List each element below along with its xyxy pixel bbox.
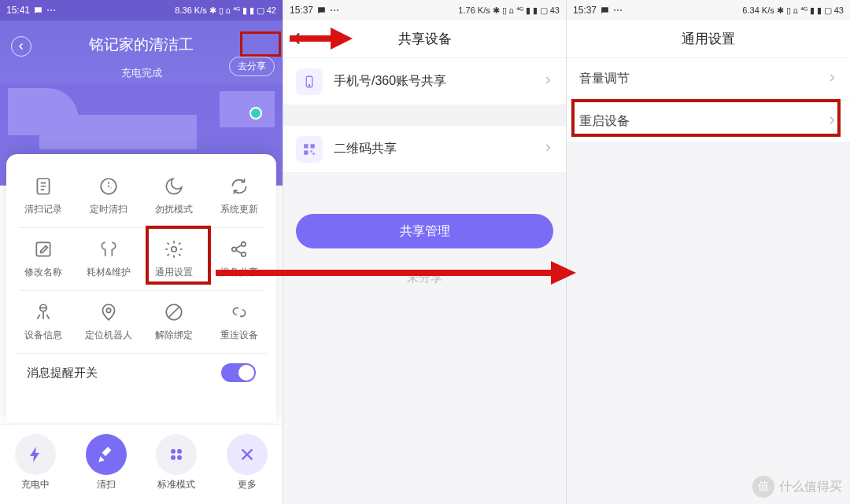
wifi-icon: ⩍ (226, 6, 231, 15)
svg-rect-18 (304, 150, 308, 154)
menu-locate-robot[interactable]: 定位机器人 (76, 291, 142, 353)
back-button[interactable] (11, 36, 31, 57)
menu-schedule[interactable]: 定时清扫 (76, 165, 142, 227)
status-time: 15:37 (290, 5, 313, 16)
chevron-right-icon (826, 72, 837, 86)
qrcode-icon (296, 136, 323, 163)
chat-icon (33, 6, 43, 16)
svg-point-11 (177, 449, 182, 454)
notification-toggle[interactable] (221, 363, 256, 382)
menu-update[interactable]: 系统更新 (206, 165, 272, 227)
status-time: 15:41 (6, 5, 30, 16)
svg-point-3 (172, 247, 177, 252)
share-button[interactable]: 去分享 (229, 57, 275, 76)
watermark: 值 什么值得买 (752, 476, 842, 498)
phone-icon (296, 68, 323, 95)
dock-charging[interactable]: 充电中 (15, 434, 56, 491)
menu-device-share[interactable]: 设备共享 (206, 228, 272, 290)
share-manage-button[interactable]: 共享管理 (296, 214, 553, 248)
chat-icon (600, 6, 610, 16)
watermark-text: 什么值得买 (779, 479, 842, 495)
chat-icon (316, 6, 327, 16)
screen-share-device: 15:37 ⋯ 1.76 K/s ✱▯⩍⁴ᴳ▮▮▢ 43 共享设备 手机号/36… (283, 0, 567, 504)
menu-clean-record[interactable]: 清扫记录 (11, 165, 76, 227)
header: 共享设备 (283, 20, 566, 58)
row-phone-share[interactable]: 手机号/360账号共享 (283, 58, 566, 105)
notification-toggle-row: 消息提醒开关 (16, 353, 267, 390)
svg-point-10 (171, 449, 176, 454)
status-dot: ⋯ (46, 5, 56, 16)
back-button[interactable] (291, 30, 309, 50)
screen-robot-app: 15:41 ⋯ 8.36 K/s ✱ ▯ ⩍ ⁴ᴳ ▮ ▮ ▢ 42 (0, 0, 283, 504)
menu-device-info[interactable]: 设备信息 (11, 291, 76, 353)
menu-maintenance[interactable]: 耗材&维护 (76, 228, 142, 290)
svg-point-12 (171, 455, 176, 460)
svg-point-15 (309, 84, 310, 86)
device-title: 铭记家的清洁工 (89, 35, 194, 55)
status-bar: 15:37 ⋯ 6.34 K/s ✱▯⩍⁴ᴳ▮▮▢ 43 (567, 0, 850, 20)
menu-rename[interactable]: 修改名称 (11, 228, 76, 290)
bluetooth-icon: ✱ (209, 6, 216, 16)
watermark-badge: 值 (752, 476, 774, 498)
battery-icon: ▢ (257, 6, 264, 16)
menu-reconnect[interactable]: 重连设备 (206, 291, 272, 353)
row-qr-share[interactable]: 二维码共享 (283, 126, 566, 173)
chevron-right-icon (542, 75, 553, 89)
svg-rect-17 (311, 144, 315, 148)
dock-more[interactable]: 更多 (227, 434, 268, 491)
svg-point-8 (106, 308, 110, 312)
row-volume[interactable]: 音量调节 (567, 58, 850, 101)
svg-point-13 (177, 455, 182, 460)
svg-rect-19 (311, 150, 312, 152)
dock-mode[interactable]: 标准模式 (156, 434, 197, 491)
screen-general-settings: 15:37 ⋯ 6.34 K/s ✱▯⩍⁴ᴳ▮▮▢ 43 通用设置 音量调节 重… (567, 0, 850, 504)
signal-icon: ▮ (242, 6, 247, 16)
header: 通用设置 (567, 20, 850, 58)
vibrate-icon: ▯ (219, 6, 224, 16)
status-bar: 15:41 ⋯ 8.36 K/s ✱ ▯ ⩍ ⁴ᴳ ▮ ▮ ▢ 42 (0, 0, 283, 20)
chevron-right-icon (542, 142, 553, 156)
svg-rect-20 (313, 153, 315, 154)
menu-unbind[interactable]: 解除绑定 (142, 291, 207, 353)
menu-dnd[interactable]: 勿扰模式 (142, 165, 207, 227)
settings-sheet: 清扫记录 定时清扫 勿扰模式 系统更新 修改名称 耗材&维护 通用设置 设备共享… (6, 154, 276, 422)
bottom-dock: 充电中 清扫 标准模式 更多 (0, 424, 283, 504)
chevron-right-icon (826, 115, 837, 129)
not-shared-text: 未分享 (283, 263, 566, 293)
menu-general-settings[interactable]: 通用设置 (142, 228, 207, 290)
status-time: 15:37 (573, 5, 597, 16)
status-bar: 15:37 ⋯ 1.76 K/s ✱▯⩍⁴ᴳ▮▮▢ 43 (283, 0, 566, 20)
row-restart-device[interactable]: 重启设备 (567, 101, 850, 143)
dock-clean[interactable]: 清扫 (86, 434, 127, 491)
svg-rect-16 (304, 144, 308, 148)
